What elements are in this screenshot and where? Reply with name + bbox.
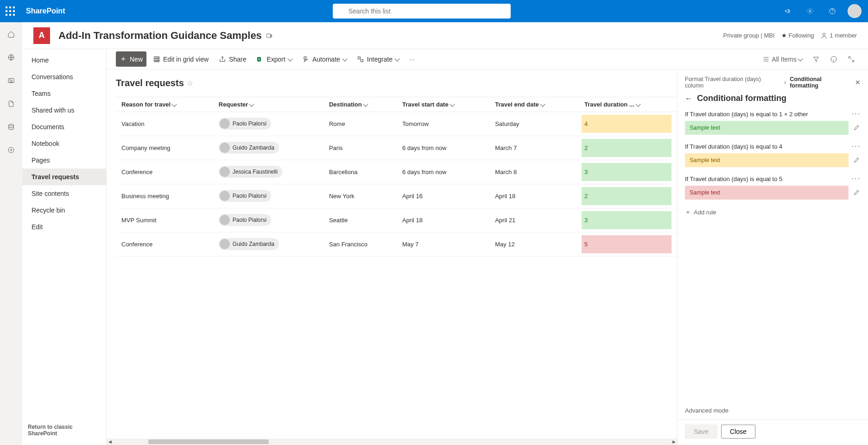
- scroll-right-icon[interactable]: ▶: [671, 439, 677, 445]
- following-toggle[interactable]: ★Following: [781, 32, 814, 39]
- nav-item-edit[interactable]: Edit: [22, 219, 106, 235]
- avatar-icon: [220, 143, 230, 153]
- rail-news-icon[interactable]: [4, 73, 19, 88]
- nav-item-pages[interactable]: Pages: [22, 152, 106, 169]
- user-avatar[interactable]: [845, 0, 864, 22]
- nav-item-notebook[interactable]: Notebook: [22, 135, 106, 152]
- table-row[interactable]: MVP SummitPaolo PialorsiSeattleApril 18A…: [116, 208, 677, 232]
- help-icon[interactable]: [823, 0, 842, 22]
- cell-requester: Paolo Pialorsi: [213, 208, 323, 232]
- nav-item-recycle-bin[interactable]: Recycle bin: [22, 202, 106, 219]
- person-chip[interactable]: Jessica Faustinelli: [219, 166, 282, 178]
- cell-duration: 3: [579, 208, 677, 232]
- gear-icon[interactable]: [800, 0, 820, 22]
- cell-reason: Company meeting: [116, 136, 213, 160]
- cell-start: April 16: [397, 184, 489, 208]
- table-row[interactable]: Business meetingPaolo PialorsiNew YorkAp…: [116, 184, 677, 208]
- cell-reason: Conference: [116, 160, 213, 184]
- info-button[interactable]: [826, 53, 841, 66]
- table-row[interactable]: ConferenceJessica FaustinelliBarcellona6…: [116, 160, 677, 184]
- avatar-icon: [220, 167, 230, 177]
- nav-item-shared-with-us[interactable]: Shared with us: [22, 102, 106, 119]
- share-icon: [219, 56, 226, 63]
- edit-style-icon[interactable]: [853, 156, 861, 165]
- person-chip[interactable]: Paolo Pialorsi: [219, 190, 271, 202]
- close-button[interactable]: Close: [721, 425, 755, 439]
- close-icon[interactable]: ✕: [855, 79, 861, 86]
- horizontal-scrollbar[interactable]: ◀ ▶: [107, 439, 677, 445]
- scroll-left-icon[interactable]: ◀: [107, 439, 113, 445]
- return-classic-link[interactable]: Return to classic SharePoint: [22, 418, 106, 442]
- rail-create-icon[interactable]: [4, 143, 19, 157]
- panel-body: If Travel duration (days) is equal to 1 …: [678, 110, 868, 407]
- edit-style-icon[interactable]: [853, 188, 861, 197]
- view-switcher[interactable]: All Items: [759, 53, 806, 66]
- edit-style-icon[interactable]: [853, 124, 861, 132]
- back-arrow-icon[interactable]: ←: [685, 94, 692, 103]
- edit-in-grid-button[interactable]: Edit in grid view: [149, 53, 212, 66]
- rail-lists-icon[interactable]: [4, 119, 19, 134]
- table-row[interactable]: ConferenceGuido ZambardaSan FranciscoMay…: [116, 232, 677, 257]
- automate-button[interactable]: Automate: [298, 53, 350, 66]
- add-rule-button[interactable]: ＋ Add rule: [685, 207, 861, 226]
- advanced-mode-link[interactable]: Advanced mode: [678, 407, 868, 420]
- nav-item-site-contents[interactable]: Site contents: [22, 185, 106, 202]
- favorite-toggle-icon[interactable]: ☆: [187, 79, 193, 88]
- plus-icon: ＋: [685, 208, 691, 216]
- column-header[interactable]: Requester: [213, 97, 323, 112]
- share-button[interactable]: Share: [215, 53, 250, 66]
- cell-end: Saturday: [489, 112, 579, 136]
- rule-block: If Travel duration (days) is equal to 1 …: [685, 110, 861, 135]
- avatar-icon: [220, 191, 230, 201]
- view-label: All Items: [772, 56, 797, 63]
- rule-more-icon[interactable]: ···: [852, 142, 861, 150]
- search-box[interactable]: [333, 4, 511, 19]
- rule-more-icon[interactable]: ···: [852, 110, 861, 118]
- person-chip[interactable]: Guido Zambarda: [219, 142, 279, 154]
- breadcrumb-parent[interactable]: Format Travel duration (days) column: [685, 76, 780, 89]
- table-row[interactable]: Company meetingGuido ZambardaParis6 days…: [116, 136, 677, 160]
- new-button[interactable]: ＋ New: [116, 51, 146, 67]
- format-panel: Format Travel duration (days) column › C…: [677, 69, 868, 445]
- column-header[interactable]: Destination: [323, 97, 397, 112]
- person-chip[interactable]: Paolo Pialorsi: [219, 118, 271, 130]
- scroll-thumb[interactable]: [148, 439, 269, 444]
- members-link[interactable]: 1 member: [820, 32, 857, 39]
- column-header[interactable]: Travel end date: [489, 97, 579, 112]
- filter-button[interactable]: [809, 53, 824, 66]
- chevron-down-icon: [342, 56, 347, 61]
- chevron-down-icon: [287, 56, 292, 61]
- rail-files-icon[interactable]: [4, 96, 19, 111]
- cell-requester: Paolo Pialorsi: [213, 184, 323, 208]
- search-input[interactable]: [348, 7, 506, 15]
- app-name[interactable]: SharePoint: [26, 7, 65, 15]
- cell-end: April 21: [489, 208, 579, 232]
- table-row[interactable]: VacationPaolo PialorsiRomeTomorrowSaturd…: [116, 112, 677, 136]
- column-header[interactable]: Travel duration ...: [579, 97, 677, 112]
- nav-item-travel-requests[interactable]: Travel requests: [22, 169, 106, 185]
- app-launcher-icon[interactable]: [3, 4, 18, 19]
- rail-globe-icon[interactable]: [4, 50, 19, 65]
- app-rail: [0, 22, 22, 445]
- person-chip[interactable]: Guido Zambarda: [219, 238, 279, 250]
- nav-item-teams[interactable]: Teams: [22, 85, 106, 102]
- nav-item-conversations[interactable]: Conversations: [22, 69, 106, 85]
- column-header[interactable]: Reason for travel: [116, 97, 213, 112]
- rule-more-icon[interactable]: ···: [852, 175, 861, 183]
- column-header[interactable]: Travel start date: [397, 97, 489, 112]
- list-title-row: Travel requests ☆: [116, 78, 677, 88]
- megaphone-icon[interactable]: [778, 0, 798, 22]
- export-button[interactable]: Export: [253, 53, 295, 66]
- expand-button[interactable]: [844, 53, 859, 66]
- content-column: A Add-In Transformation Guidance Samples…: [22, 22, 868, 445]
- site-title[interactable]: Add-In Transformation Guidance Samples: [58, 30, 273, 42]
- site-logo[interactable]: A: [33, 27, 50, 44]
- overflow-button[interactable]: ···: [405, 53, 418, 66]
- avatar-icon: [220, 119, 230, 129]
- rule-sample: Sample text: [685, 153, 849, 167]
- nav-item-home[interactable]: Home: [22, 52, 106, 69]
- nav-item-documents[interactable]: Documents: [22, 119, 106, 135]
- rail-home-icon[interactable]: [4, 27, 19, 42]
- integrate-button[interactable]: Integrate: [353, 53, 403, 66]
- person-chip[interactable]: Paolo Pialorsi: [219, 214, 271, 226]
